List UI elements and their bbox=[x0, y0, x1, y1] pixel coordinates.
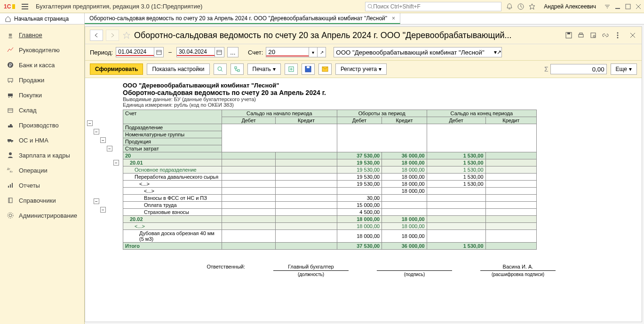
table-row[interactable]: <...>18 000,00 bbox=[123, 188, 537, 195]
more-button[interactable]: Еще ▾ bbox=[611, 63, 637, 75]
form-button[interactable]: Сформировать bbox=[90, 63, 143, 75]
tree-toggle[interactable]: − bbox=[100, 137, 106, 143]
tree-toggle[interactable]: − bbox=[94, 129, 99, 134]
svg-rect-42 bbox=[8, 198, 12, 203]
tree-toggle[interactable]: − bbox=[107, 146, 112, 151]
export-button[interactable] bbox=[285, 63, 298, 75]
org-field[interactable]: ▾ ↗ bbox=[334, 47, 502, 57]
period-picker-button[interactable]: ... bbox=[227, 47, 239, 57]
th-account: Счет bbox=[125, 111, 220, 116]
table-row[interactable]: <...>18 000,0018 000,00 bbox=[123, 223, 537, 230]
svg-point-62 bbox=[218, 67, 222, 71]
account-field[interactable]: ▾ ↗ bbox=[266, 47, 326, 57]
sidebar-item-bank[interactable]: ₽Банк и касса bbox=[0, 57, 84, 72]
date-to-input[interactable] bbox=[177, 48, 215, 56]
sidebar-item-main[interactable]: ≡Главное bbox=[0, 27, 84, 42]
account-label: Счет: bbox=[248, 49, 263, 56]
sidebar-item-assets[interactable]: ОС и НМА bbox=[0, 133, 84, 148]
book-icon bbox=[7, 197, 14, 204]
open-external-icon[interactable]: ↗ bbox=[497, 49, 501, 55]
th-start: Сальдо на начало периода bbox=[222, 110, 337, 117]
table-row[interactable]: Оплата труда15 000,00 bbox=[123, 202, 537, 209]
sidebar-item-production[interactable]: Производство bbox=[0, 118, 84, 133]
open-external-icon[interactable]: ↗ bbox=[317, 47, 326, 57]
favorite-icon[interactable] bbox=[122, 31, 131, 40]
tree-toggle[interactable]: − bbox=[87, 120, 93, 126]
find-button[interactable] bbox=[214, 63, 227, 75]
org-input[interactable] bbox=[334, 49, 494, 56]
minimize-icon[interactable] bbox=[615, 4, 620, 9]
table-row[interactable]: Страховые взносы4 500,00 bbox=[123, 209, 537, 216]
close-icon[interactable] bbox=[628, 31, 637, 40]
sum-input[interactable] bbox=[550, 64, 607, 74]
preview-icon[interactable] bbox=[589, 31, 597, 40]
tree-toggle[interactable]: − bbox=[100, 207, 106, 213]
print-icon[interactable] bbox=[577, 31, 585, 40]
date-from-input[interactable] bbox=[116, 48, 154, 56]
back-button[interactable] bbox=[90, 30, 103, 41]
tree-toggle[interactable]: − bbox=[94, 198, 99, 204]
sidebar-item-hr[interactable]: Зарплата и кадры bbox=[0, 148, 84, 163]
svg-point-26 bbox=[11, 97, 12, 98]
print-button[interactable]: Печать ▾ bbox=[247, 63, 281, 75]
menu-icon[interactable] bbox=[20, 2, 30, 11]
tab-home[interactable]: Начальная страница bbox=[0, 13, 85, 24]
sidebar-item-manager[interactable]: Руководителю bbox=[0, 42, 84, 57]
user-name[interactable]: Андрей Алексеевич bbox=[544, 3, 596, 10]
date-from-field[interactable] bbox=[116, 47, 164, 57]
save-icon[interactable] bbox=[564, 31, 573, 40]
report-area[interactable]: − − − − − − − ООО "Деревообрабатывающий … bbox=[85, 78, 642, 322]
calendar-icon[interactable] bbox=[215, 47, 224, 57]
person-icon bbox=[7, 151, 14, 159]
bell-icon[interactable] bbox=[506, 3, 513, 10]
table-row[interactable]: Взносы в ФСС от НС и ПЗ30,00 bbox=[123, 195, 537, 202]
svg-rect-30 bbox=[10, 124, 12, 127]
home-icon bbox=[5, 16, 11, 22]
sidebar-item-catalogs[interactable]: Справочники bbox=[0, 193, 84, 208]
sidebar-item-reports[interactable]: Отчеты bbox=[0, 178, 84, 193]
svg-point-44 bbox=[9, 214, 12, 217]
table-row[interactable]: 20.0218 000,0018 000,00 bbox=[123, 216, 537, 223]
table-row[interactable]: 20.0119 530,0018 000,001 530,00 bbox=[123, 159, 537, 166]
table-row[interactable]: 2037 530,0036 000,001 530,00 bbox=[123, 152, 537, 159]
show-settings-button[interactable]: Показать настройки bbox=[147, 63, 209, 75]
more-menu-icon[interactable] bbox=[613, 31, 622, 40]
account-input[interactable] bbox=[266, 48, 309, 56]
sidebar-item-sales[interactable]: Продажи bbox=[0, 72, 84, 87]
email-button[interactable] bbox=[318, 63, 332, 75]
chart-icon bbox=[7, 46, 14, 54]
settings-toggle-icon[interactable] bbox=[604, 4, 610, 9]
box-icon bbox=[7, 106, 14, 114]
register-button[interactable]: Регистр учета ▾ bbox=[335, 63, 387, 75]
table-row[interactable]: Переработка давальческого сырья19 530,00… bbox=[123, 174, 537, 181]
sidebar-item-purchases[interactable]: Покупки bbox=[0, 87, 84, 103]
svg-rect-33 bbox=[11, 140, 13, 142]
forward-button[interactable] bbox=[106, 30, 119, 41]
global-search[interactable] bbox=[365, 2, 501, 11]
close-window-icon[interactable] bbox=[636, 4, 641, 9]
table-row[interactable]: <...>19 530,0018 000,001 530,00 bbox=[123, 181, 537, 188]
star-icon[interactable] bbox=[529, 3, 535, 10]
save-disk-button[interactable] bbox=[302, 63, 315, 75]
table-row[interactable]: Дубовая доска обрезная 40 мм (5 м3)18 00… bbox=[123, 230, 537, 243]
expand-tree-button[interactable] bbox=[231, 63, 244, 75]
search-icon bbox=[367, 4, 373, 9]
svg-text:Кт: Кт bbox=[10, 170, 13, 173]
sidebar-item-warehouse[interactable]: Склад bbox=[0, 103, 84, 118]
tab-close-icon[interactable]: × bbox=[392, 15, 395, 22]
tree-toggle[interactable]: − bbox=[113, 160, 119, 166]
search-input[interactable] bbox=[373, 3, 499, 10]
history-icon[interactable] bbox=[517, 3, 524, 10]
svg-point-54 bbox=[617, 35, 619, 36]
date-to-field[interactable] bbox=[176, 47, 224, 57]
table-row[interactable]: Основное подразделение19 530,0018 000,00… bbox=[123, 166, 537, 174]
svg-point-52 bbox=[593, 35, 595, 37]
link-icon[interactable] bbox=[601, 31, 610, 40]
sidebar-item-operations[interactable]: ДтКтОперации bbox=[0, 163, 84, 178]
dropdown-icon[interactable]: ▾ bbox=[309, 47, 317, 57]
toolbar: Сформировать Показать настройки Печать ▾… bbox=[85, 61, 642, 78]
sidebar-item-admin[interactable]: Администрирование bbox=[0, 208, 84, 223]
tab-report[interactable]: Оборотно-сальдовая ведомость по счету 20… bbox=[85, 13, 400, 24]
maximize-icon[interactable] bbox=[625, 4, 631, 9]
calendar-icon[interactable] bbox=[154, 47, 163, 57]
